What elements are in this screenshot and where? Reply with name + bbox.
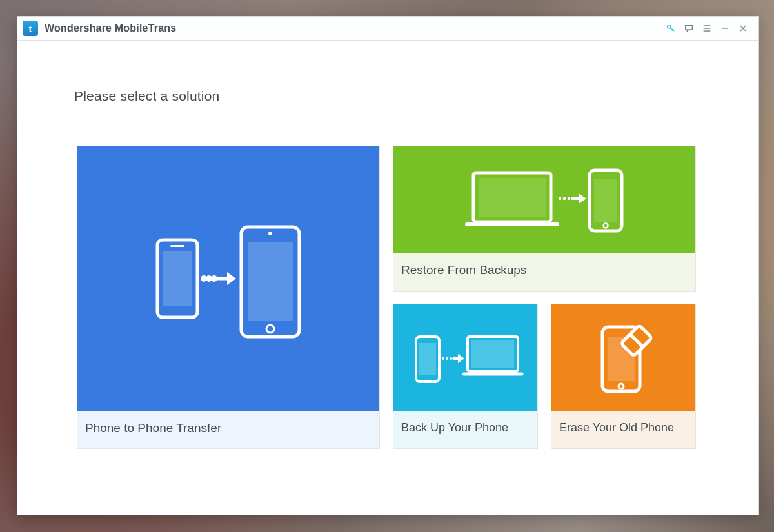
svg-rect-5 (248, 242, 293, 321)
app-logo-letter: t (29, 24, 32, 34)
card-label: Erase Your Old Phone (551, 411, 695, 446)
svg-point-18 (568, 197, 571, 200)
app-title: Wondershare MobileTrans (45, 23, 176, 34)
card-back-up-your-phone[interactable]: Back Up Your Phone (393, 304, 538, 449)
menu-icon[interactable] (699, 20, 715, 37)
card-label: Phone to Phone Transfer (77, 411, 379, 447)
svg-rect-22 (471, 340, 514, 368)
key-icon[interactable] (662, 20, 679, 37)
solution-grid: Phone to Phone Transfer (77, 146, 696, 460)
card-phone-to-phone-transfer[interactable]: Phone to Phone Transfer (77, 146, 380, 449)
svg-rect-2 (163, 251, 192, 306)
content-area: Please select a solution (17, 40, 758, 515)
card-label: Restore From Backups (393, 253, 695, 289)
svg-rect-3 (170, 245, 184, 247)
svg-point-25 (450, 357, 452, 360)
app-logo-icon: t (23, 21, 38, 36)
svg-rect-12 (479, 178, 546, 217)
svg-point-6 (268, 232, 272, 235)
app-window: t Wondershare MobileTrans Please select … (17, 16, 759, 515)
page-heading: Please select a solution (74, 88, 219, 104)
phone-erase-icon (551, 304, 695, 411)
svg-point-23 (442, 357, 444, 360)
titlebar: t Wondershare MobileTrans (17, 17, 758, 41)
minimize-button[interactable] (717, 20, 733, 37)
svg-point-15 (604, 223, 608, 228)
svg-point-8 (203, 277, 206, 281)
svg-point-7 (266, 325, 274, 333)
card-erase-your-old-phone[interactable]: Erase Your Old Phone (551, 304, 696, 449)
svg-point-10 (213, 277, 216, 281)
svg-point-0 (668, 25, 671, 28)
close-button[interactable] (735, 20, 751, 37)
svg-point-28 (619, 384, 624, 389)
card-label: Back Up Your Phone (393, 411, 537, 446)
svg-point-16 (559, 197, 562, 200)
phone-to-phone-icon (77, 146, 379, 411)
card-restore-from-backups[interactable]: Restore From Backups (393, 146, 696, 292)
phone-to-laptop-icon (393, 304, 537, 411)
bottom-row: Back Up Your Phone (393, 304, 696, 449)
laptop-to-phone-icon (393, 146, 695, 253)
feedback-icon[interactable] (680, 20, 697, 37)
svg-point-9 (208, 277, 211, 281)
right-column: Restore From Backups (393, 146, 696, 449)
svg-point-17 (563, 197, 566, 200)
svg-rect-14 (594, 179, 617, 222)
svg-rect-20 (419, 343, 436, 375)
svg-point-24 (446, 357, 448, 360)
